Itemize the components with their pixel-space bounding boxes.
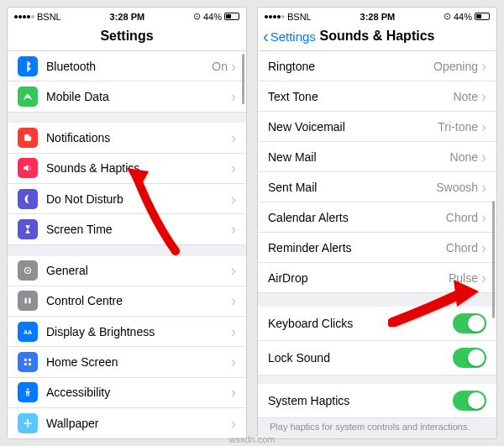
keyboard-clicks-toggle[interactable] — [453, 313, 486, 333]
cell-ringtone[interactable]: Ringtone Opening › — [258, 51, 496, 81]
chevron-icon: › — [481, 150, 486, 165]
back-button[interactable]: ‹ Settings — [263, 28, 316, 45]
cell-keyboard-clicks[interactable]: Keyboard Clicks — [258, 307, 496, 341]
svg-point-14 — [27, 425, 29, 427]
svg-point-11 — [27, 389, 29, 391]
cell-label: Keyboard Clicks — [268, 317, 453, 330]
svg-point-15 — [24, 422, 25, 424]
cell-calendar-alerts[interactable]: Calendar Alerts Chord › — [258, 202, 496, 233]
svg-point-13 — [27, 419, 29, 421]
brightness-icon: AA — [18, 322, 38, 342]
cell-label: Do Not Disturb — [46, 192, 231, 206]
sliders-icon — [18, 291, 38, 311]
accessibility-icon — [18, 382, 38, 402]
system-haptics-toggle[interactable] — [453, 391, 486, 411]
cell-label: Accessibility — [46, 386, 231, 399]
gear-icon — [18, 260, 38, 281]
battery-icon — [475, 13, 490, 20]
cell-sounds-haptics[interactable]: Sounds & Haptics › — [8, 154, 246, 184]
chevron-left-icon: ‹ — [263, 28, 269, 45]
statusbar: BSNL 3:28 PM ⊙ 44% — [258, 8, 496, 25]
cell-label: Lock Sound — [268, 351, 453, 365]
cell-value: Tri-tone — [438, 120, 478, 134]
cell-label: Text Tone — [268, 90, 453, 103]
cell-value: Pulse — [449, 271, 478, 285]
status-left: BSNL — [265, 12, 312, 22]
alarm-icon: ⊙ — [444, 11, 451, 22]
cell-text-tone[interactable]: Text Tone Note › — [258, 81, 496, 112]
cell-label: Reminder Alerts — [268, 241, 446, 254]
statusbar: BSNL 3:28 PM ⊙ 44% — [8, 8, 246, 25]
moon-icon — [18, 189, 38, 209]
cell-system-haptics[interactable]: System Haptics — [258, 384, 496, 418]
cell-bluetooth[interactable]: Bluetooth On › — [8, 51, 246, 81]
cell-label: General — [46, 264, 231, 277]
svg-rect-5 — [29, 298, 30, 304]
svg-rect-8 — [29, 359, 31, 361]
cell-screen-time[interactable]: Screen Time › — [8, 214, 246, 244]
battery-percent: 44% — [454, 12, 472, 22]
group-separator — [258, 293, 496, 307]
chevron-icon: › — [481, 180, 486, 195]
chevron-icon: › — [481, 59, 486, 74]
navbar: ‹ Settings Sounds & Haptics — [258, 25, 496, 51]
svg-rect-4 — [25, 298, 27, 304]
cell-label: Sounds & Haptics — [46, 161, 231, 175]
cell-value: Opening — [433, 60, 478, 73]
cell-accessibility[interactable]: Accessibility › — [8, 378, 246, 408]
svg-text:AA: AA — [24, 329, 32, 335]
cell-notifications[interactable]: Notifications › — [8, 123, 246, 153]
svg-point-1 — [29, 134, 32, 137]
mobile-data-icon — [18, 87, 38, 107]
cell-label: Ringtone — [268, 60, 433, 73]
cell-label: Notifications — [46, 131, 231, 144]
signal-icon — [14, 15, 34, 18]
cell-wallpaper[interactable]: Wallpaper › — [8, 408, 246, 438]
chevron-icon: › — [481, 210, 486, 225]
cell-home-screen[interactable]: Home Screen › — [8, 347, 246, 377]
cell-control-centre[interactable]: Control Centre › — [8, 286, 246, 317]
cell-new-mail[interactable]: New Mail None › — [258, 142, 496, 172]
cell-general[interactable]: General › — [8, 256, 246, 286]
time-label: 3:28 PM — [360, 12, 396, 22]
chevron-icon: › — [481, 119, 486, 134]
settings-list[interactable]: Bluetooth On › Mobile Data › Notificatio… — [8, 51, 246, 438]
cell-label: Home Screen — [46, 355, 231, 369]
cell-label: AirDrop — [268, 271, 449, 285]
settings-screen: BSNL 3:28 PM ⊙ 44% Settings Bluetooth On… — [7, 7, 247, 439]
scrollbar[interactable] — [242, 54, 244, 104]
cell-reminder-alerts[interactable]: Reminder Alerts Chord › — [258, 233, 496, 263]
cell-airdrop[interactable]: AirDrop Pulse › — [258, 263, 496, 293]
cell-mobile-data[interactable]: Mobile Data › — [8, 81, 246, 112]
scrollbar[interactable] — [492, 201, 495, 318]
battery-area: ⊙ 44% — [444, 11, 490, 22]
lock-sound-toggle[interactable] — [453, 348, 486, 368]
cell-lock-sound[interactable]: Lock Sound — [258, 341, 496, 375]
cell-label: Display & Brightness — [46, 325, 231, 338]
cell-label: Control Centre — [46, 294, 231, 307]
watermark: wsxdn.com — [228, 434, 275, 444]
cell-label: System Haptics — [268, 394, 453, 407]
group-separator — [8, 113, 246, 123]
chevron-icon: › — [231, 324, 236, 339]
chevron-icon: › — [481, 89, 486, 104]
cell-label: Mobile Data — [46, 90, 231, 103]
cell-sent-mail[interactable]: Sent Mail Swoosh › — [258, 172, 496, 202]
page-title: Sounds & Haptics — [320, 29, 435, 44]
time-label: 3:28 PM — [110, 12, 145, 22]
cell-new-voicemail[interactable]: New Voicemail Tri-tone › — [258, 112, 496, 142]
chevron-icon: › — [231, 192, 236, 207]
chevron-icon: › — [231, 263, 236, 278]
navbar: Settings — [8, 25, 246, 51]
cell-label: Wallpaper — [46, 417, 231, 430]
cell-label: Screen Time — [46, 223, 231, 236]
svg-point-12 — [26, 422, 29, 425]
cell-value: Note — [453, 90, 478, 103]
chevron-icon: › — [481, 240, 486, 255]
cell-display-brightness[interactable]: AA Display & Brightness › — [8, 317, 246, 347]
alarm-icon: ⊙ — [193, 11, 201, 22]
group-separator — [8, 245, 246, 256]
sounds-list[interactable]: Ringtone Opening › Text Tone Note › New … — [258, 51, 496, 438]
cell-do-not-disturb[interactable]: Do Not Disturb › — [8, 184, 246, 214]
chevron-icon: › — [231, 416, 236, 431]
